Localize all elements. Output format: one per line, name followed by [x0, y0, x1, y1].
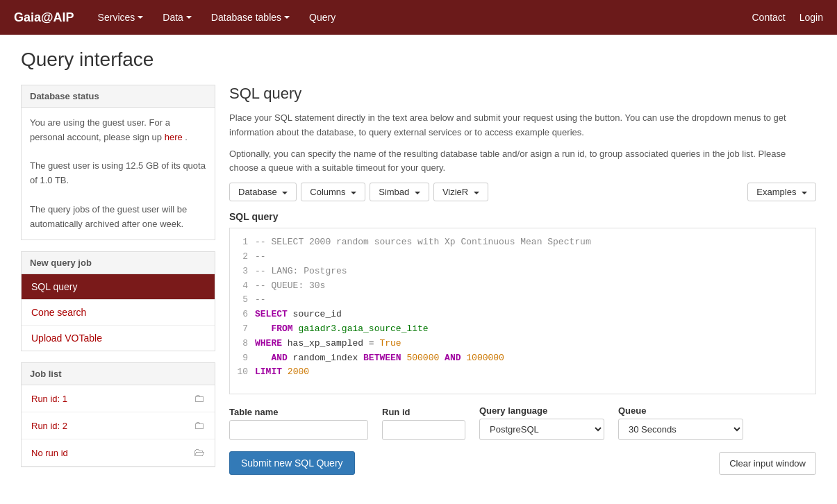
query-language-group: Query language PostgreSQL ADQL [479, 405, 604, 440]
code-line-5: 5 -- [237, 293, 809, 308]
description-2: Optionally, you can specify the name of … [229, 147, 816, 176]
job-run-1-link[interactable]: Run id: 1 [31, 394, 67, 404]
columns-dropdown-icon [351, 192, 356, 194]
submit-button[interactable]: Submit new SQL Query [229, 451, 355, 475]
nav-cone-search[interactable]: Cone search [22, 300, 215, 326]
job-2-icon: 🗀 [194, 419, 205, 432]
sidebar: Database status You are using the guest … [21, 85, 215, 478]
run-id-group: Run id [382, 407, 465, 440]
description-1: Place your SQL statement directly in the… [229, 111, 816, 140]
db-status-text3: The guest user is using 12.5 GB of its q… [30, 159, 206, 188]
database-tables-dropdown-icon [284, 16, 290, 19]
db-status-text4: The query jobs of the guest user will be… [30, 203, 206, 232]
database-status-body: You are using the guest user. For a pers… [22, 108, 215, 240]
nav-item-database-tables[interactable]: Database tables [201, 0, 299, 35]
code-line-7: 7 FROM gaiadr3.gaia_source_lite [237, 322, 809, 337]
job-no-run-link[interactable]: No run id [31, 448, 68, 458]
page-title: Query interface [21, 49, 816, 71]
new-query-section: New query job SQL query Cone search Uplo… [21, 251, 215, 351]
services-dropdown-icon [138, 16, 143, 19]
code-line-2: 2 -- [237, 250, 809, 264]
table-name-label: Table name [229, 407, 368, 417]
query-language-label: Query language [479, 405, 604, 416]
job-list-header: Job list [22, 363, 215, 385]
nav-sql-query[interactable]: SQL query [22, 274, 215, 300]
vizier-button[interactable]: VizieR [433, 183, 488, 201]
job-1-icon: 🗀 [194, 392, 205, 405]
action-row: Submit new SQL Query Clear input window [229, 451, 816, 475]
nav-link-database-tables[interactable]: Database tables [201, 0, 299, 35]
code-line-1: 1 -- SELECT 2000 random sources with Xp … [237, 235, 809, 250]
nav-sql-query-link[interactable]: SQL query [22, 274, 215, 300]
database-status-section: Database status You are using the guest … [21, 85, 215, 240]
code-line-4: 4 -- QUEUE: 30s [237, 279, 809, 294]
nav-upload-votable-link[interactable]: Upload VOTable [22, 326, 215, 351]
nav-link-services[interactable]: Services [88, 0, 154, 35]
query-form-row: Table name Run id Query language Postgre… [229, 405, 816, 440]
run-id-input[interactable] [382, 420, 465, 440]
data-dropdown-icon [186, 16, 192, 19]
code-line-8: 8 WHERE has_xp_sampled = True [237, 337, 809, 351]
job-no-run-icon: 🗁 [194, 446, 205, 459]
code-line-9: 9 AND random_index BETWEEN 500000 AND 10… [237, 351, 809, 366]
simbad-button[interactable]: Simbad [370, 183, 429, 201]
examples-button[interactable]: Examples [747, 183, 816, 201]
page-content: Query interface Database status You are … [0, 35, 837, 492]
queue-label: Queue [618, 405, 743, 416]
job-list-section: Job list Run id: 1 🗀 Run id: 2 🗀 No run … [21, 362, 215, 467]
sql-query-section-title: SQL query [229, 85, 816, 103]
query-language-select[interactable]: PostgreSQL ADQL [479, 419, 604, 440]
navbar-right: Contact Login [752, 12, 823, 23]
code-line-3: 3 -- LANG: Postgres [237, 264, 809, 279]
columns-button[interactable]: Columns [301, 183, 365, 201]
queue-select[interactable]: 30 Seconds 1 Minute 5 Minutes 30 Minutes [618, 419, 743, 440]
login-link[interactable]: Login [799, 12, 823, 23]
clear-button[interactable]: Clear input window [719, 452, 816, 475]
navbar: Gaia@AIP Services Data Database tables Q… [0, 0, 837, 35]
nav-item-query[interactable]: Query [299, 0, 345, 35]
job-item-2[interactable]: Run id: 2 🗀 [22, 412, 215, 439]
table-name-input[interactable] [229, 420, 368, 440]
sql-query-label: SQL query [229, 211, 816, 222]
job-run-2-link[interactable]: Run id: 2 [31, 421, 67, 431]
database-status-header: Database status [22, 85, 215, 108]
simbad-dropdown-icon [415, 192, 420, 194]
job-item-1[interactable]: Run id: 1 🗀 [22, 385, 215, 412]
main-content: SQL query Place your SQL statement direc… [229, 85, 816, 478]
database-button[interactable]: Database [229, 183, 297, 201]
code-line-10: 10 LIMIT 2000 [237, 365, 809, 380]
layout: Database status You are using the guest … [21, 85, 816, 478]
job-item-no-run[interactable]: No run id 🗁 [22, 439, 215, 467]
nav-link-query[interactable]: Query [299, 0, 345, 35]
query-toolbar: Database Columns Simbad VizieR Examples [229, 183, 816, 201]
query-nav: SQL query Cone search Upload VOTable [22, 274, 215, 351]
examples-dropdown-icon [802, 192, 807, 194]
vizier-dropdown-icon [474, 192, 479, 194]
new-query-header: New query job [22, 252, 215, 274]
contact-link[interactable]: Contact [752, 12, 785, 23]
code-line-6: 6 SELECT source_id [237, 308, 809, 322]
db-status-text1: You are using the guest user. For a pers… [30, 116, 206, 145]
brand[interactable]: Gaia@AIP [14, 10, 74, 25]
queue-group: Queue 30 Seconds 1 Minute 5 Minutes 30 M… [618, 405, 743, 440]
nav-link-data[interactable]: Data [153, 0, 201, 35]
database-dropdown-icon [282, 192, 288, 194]
code-editor[interactable]: 1 -- SELECT 2000 random sources with Xp … [229, 228, 816, 394]
table-name-group: Table name [229, 407, 368, 440]
run-id-label: Run id [382, 407, 465, 417]
signup-link[interactable]: here [165, 132, 183, 142]
nav-upload-votable[interactable]: Upload VOTable [22, 326, 215, 351]
nav-item-data[interactable]: Data [153, 0, 201, 35]
nav-menu: Services Data Database tables Query [88, 0, 752, 35]
nav-cone-search-link[interactable]: Cone search [22, 300, 215, 326]
nav-item-services[interactable]: Services [88, 0, 154, 35]
